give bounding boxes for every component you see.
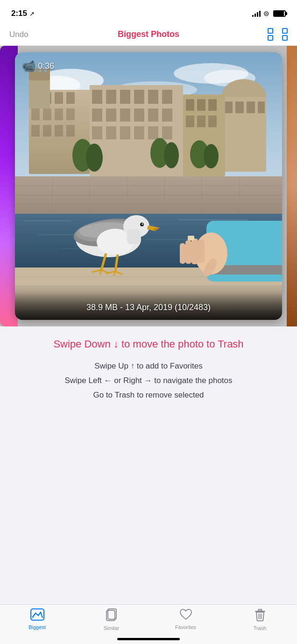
photo-info: 38.9 MB - 13 Apr, 2019 (10/2483) [22, 303, 275, 312]
svg-point-92 [142, 224, 143, 225]
favorites-icon [179, 608, 192, 622]
main-photo-card[interactable]: 📹 0:36 38.9 MB - 13 Apr, 2019 (10/2483) [15, 52, 282, 320]
instructions-area: Swipe Down ↓ to move the photo to Trash … [0, 326, 297, 412]
tab-favorites[interactable]: Favorites [167, 608, 205, 630]
status-bar: 2:15 ↗ ⊜ [0, 0, 297, 23]
svg-rect-118 [258, 609, 262, 611]
svg-rect-35 [134, 109, 144, 122]
svg-rect-40 [120, 126, 130, 139]
svg-point-58 [86, 144, 103, 172]
location-icon: ↗ [29, 10, 35, 17]
svg-rect-12 [43, 109, 51, 120]
svg-rect-46 [224, 101, 233, 113]
swipe-up-instruction: Swipe Up ↑ to add to Favorites [9, 360, 288, 372]
swipe-down-instruction: Swipe Down ↓ to move the photo to Trash [9, 338, 288, 351]
svg-rect-16 [43, 125, 51, 137]
svg-rect-47 [235, 101, 244, 113]
svg-rect-54 [186, 116, 194, 127]
svg-rect-33 [106, 109, 116, 122]
svg-rect-27 [106, 90, 116, 104]
trash-tab-label: Trash [254, 625, 267, 631]
svg-rect-28 [120, 90, 130, 104]
photo-section[interactable]: 📹 0:36 38.9 MB - 13 Apr, 2019 (10/2483) [0, 46, 297, 326]
page-title: Biggest Photos [37, 29, 260, 39]
svg-rect-41 [134, 126, 144, 139]
svg-rect-13 [55, 109, 63, 120]
tab-trash[interactable]: Trash [241, 608, 279, 631]
svg-rect-53 [208, 99, 217, 111]
video-camera-icon: 📹 [22, 60, 35, 72]
svg-point-62 [204, 144, 219, 168]
photo-image [15, 52, 282, 320]
favorites-tab-label: Favorites [175, 624, 196, 630]
content-spacer [0, 412, 297, 506]
svg-point-60 [164, 142, 179, 168]
tab-similar[interactable]: Similar [93, 608, 130, 631]
video-duration: 0:36 [38, 61, 54, 71]
swipe-leftright-instruction: Swipe Left ← or Right → to navigate the … [9, 374, 288, 387]
svg-rect-10 [66, 92, 75, 104]
signal-strength-icon [252, 10, 261, 17]
svg-rect-52 [197, 99, 205, 111]
svg-rect-19 [29, 76, 50, 109]
home-indicator [117, 638, 180, 640]
status-time: 2:15 ↗ [11, 9, 35, 18]
wifi-icon: ⊜ [263, 9, 269, 18]
svg-rect-42 [148, 126, 158, 139]
similar-icon [106, 608, 118, 623]
svg-rect-39 [106, 126, 116, 139]
photo-overlay: 38.9 MB - 13 Apr, 2019 (10/2483) [15, 284, 282, 320]
video-badge: 📹 0:36 [22, 60, 54, 72]
svg-rect-11 [31, 109, 40, 120]
svg-rect-29 [134, 90, 144, 104]
svg-rect-43 [162, 126, 172, 139]
biggest-tab-label: Biggest [28, 624, 46, 630]
svg-rect-36 [148, 109, 158, 122]
status-icons: ⊜ [252, 9, 286, 18]
grid-view-button[interactable] [260, 28, 288, 41]
tab-biggest[interactable]: Biggest [19, 608, 56, 630]
undo-button[interactable]: Undo [9, 30, 37, 39]
side-photo-right [287, 46, 297, 326]
svg-rect-15 [31, 125, 40, 137]
go-to-trash-instruction: Go to Trash to remove selected [9, 389, 288, 401]
biggest-icon [30, 608, 44, 622]
svg-rect-51 [186, 99, 194, 111]
battery-icon [273, 10, 286, 17]
svg-rect-26 [92, 90, 102, 104]
svg-rect-14 [66, 109, 75, 120]
similar-tab-label: Similar [104, 625, 120, 631]
svg-rect-34 [120, 109, 130, 122]
svg-rect-9 [55, 92, 63, 104]
svg-rect-38 [92, 126, 102, 139]
svg-rect-48 [247, 101, 255, 113]
svg-rect-32 [92, 109, 102, 122]
nav-header: Undo Biggest Photos [0, 23, 297, 46]
time-display: 2:15 [11, 9, 27, 18]
svg-rect-30 [148, 90, 158, 104]
svg-rect-17 [55, 125, 63, 137]
svg-rect-55 [197, 116, 205, 127]
svg-rect-49 [258, 101, 265, 113]
svg-rect-18 [66, 125, 75, 137]
svg-rect-31 [162, 90, 172, 104]
svg-rect-56 [208, 116, 217, 127]
trash-icon [255, 608, 266, 623]
svg-rect-37 [162, 109, 172, 122]
